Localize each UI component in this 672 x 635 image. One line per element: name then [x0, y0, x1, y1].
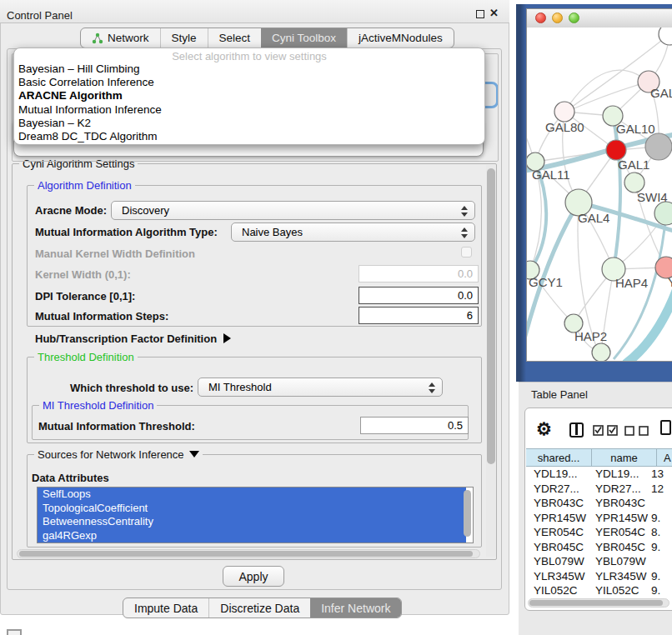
table-horizontal-scrollbar[interactable] — [528, 598, 669, 608]
dropdown-item[interactable]: Bayesian – Hill Climbing — [14, 62, 484, 76]
deselect-all-checks-icon[interactable] — [624, 426, 651, 437]
tab-cyni-toolbox[interactable]: Cyni Toolbox — [261, 28, 347, 48]
tab-infer-network[interactable]: Infer Network — [310, 598, 401, 618]
list-item[interactable]: SelfLoops — [38, 488, 466, 502]
select-all-checks-icon[interactable] — [593, 425, 619, 437]
mi-threshold-label: Mutual Information Threshold: — [38, 420, 195, 432]
aracne-mode-select[interactable]: Discovery — [111, 201, 475, 220]
aracne-mode-label: Aracne Mode: — [35, 204, 107, 217]
new-table-icon[interactable] — [660, 420, 671, 435]
node-gal80[interactable] — [554, 102, 574, 122]
dropdown-placeholder: Select algorithm to view settings — [14, 50, 484, 62]
cell: 9. — [649, 570, 672, 582]
node-label: GAL10 — [616, 122, 655, 136]
tab-select[interactable]: Select — [208, 28, 262, 48]
minimize-traffic-light-icon[interactable] — [552, 12, 563, 23]
dropdown-item[interactable]: Dream8 DC_TDC Algorithm — [14, 130, 484, 143]
sources-toggle[interactable]: Sources for Network Inference — [34, 448, 203, 461]
group-title: Algorithm Definition — [34, 179, 135, 192]
maximize-traffic-light-icon[interactable] — [569, 12, 579, 23]
tab-jactivemnodules[interactable]: jActiveMNodules — [347, 28, 454, 48]
dropdown-item[interactable]: Basic Correlation Inference — [14, 76, 484, 89]
cell: 9. — [649, 512, 672, 524]
manual-kernel-label: Manual Kernel Width Definition — [35, 248, 195, 260]
table-header-row: shared... name A — [526, 448, 672, 467]
control-panel-titlebar[interactable] — [0, 0, 509, 23]
node-label: HAP4 — [615, 276, 648, 290]
mi-type-select[interactable]: Naive Bayes — [231, 222, 475, 242]
cell: YLR345W — [526, 570, 588, 582]
stepper-arrows-icon — [461, 227, 468, 239]
dropdown-item[interactable]: Bayesian – K2 — [14, 117, 484, 130]
which-threshold-select[interactable]: MI Threshold — [198, 378, 443, 397]
list-item[interactable]: BetweennessCentrality — [38, 515, 466, 529]
settings-vertical-scrollbar[interactable] — [486, 165, 496, 557]
column-header-partial[interactable]: A — [657, 448, 672, 467]
selected-value: Naive Bayes — [242, 226, 303, 238]
cell: 9. — [649, 584, 672, 597]
manual-kernel-checkbox[interactable] — [461, 247, 472, 258]
apply-button[interactable]: Apply — [223, 566, 284, 587]
network-window-titlebar[interactable] — [527, 9, 672, 28]
which-threshold-label: Which threshold to use: — [70, 382, 193, 394]
list-scrollbar[interactable] — [464, 490, 471, 537]
cell: YBR043C — [526, 497, 588, 509]
table-body[interactable]: YDL19...YDL19...13 YDR27...YDR27...12 YB… — [526, 467, 672, 598]
data-attributes-label: Data Attributes — [32, 472, 109, 484]
node-gray[interactable] — [645, 133, 672, 160]
cell: 13 — [649, 468, 672, 480]
node-label: SWI4 — [637, 190, 668, 204]
data-attributes-list[interactable]: SelfLoops TopologicalCoefficient Between… — [37, 487, 474, 543]
tab-network[interactable]: Network — [81, 28, 160, 48]
float-window-icon[interactable] — [476, 10, 484, 18]
table-row[interactable]: YPR145WYPR145W9. — [526, 511, 672, 526]
node-label: GAL — [650, 86, 672, 100]
selected-value: MI Threshold — [208, 381, 272, 393]
node[interactable] — [592, 343, 610, 361]
settings-horizontal-scrollbar[interactable] — [17, 549, 480, 558]
column-header-name[interactable]: name — [592, 448, 657, 467]
list-item[interactable]: gal4RGexp — [38, 529, 466, 543]
tab-label: Network — [108, 32, 149, 44]
hub-definition-toggle[interactable]: Hub/Transcription Factor Definition — [35, 332, 231, 345]
mi-threshold-field[interactable] — [360, 417, 469, 434]
cell: YDR27... — [588, 482, 649, 495]
stepper-arrows-icon — [429, 382, 435, 394]
columns-icon[interactable] — [569, 422, 584, 438]
network-icon — [92, 32, 103, 44]
node[interactable] — [654, 202, 672, 225]
close-icon[interactable]: ✕ — [489, 7, 499, 19]
list-item[interactable]: TopologicalCoefficient — [38, 502, 466, 516]
tab-impute-data[interactable]: Impute Data — [123, 598, 208, 618]
cell: 9. — [649, 541, 672, 553]
table-row[interactable]: YER054CYER054C8. — [526, 525, 672, 540]
tab-style[interactable]: Style — [160, 28, 208, 48]
cyni-bottom-tabs: Impute Data Discretize Data Infer Networ… — [123, 598, 402, 618]
table-row[interactable]: YIL052CYIL052C9. — [526, 583, 672, 598]
column-header-shared-name[interactable]: shared... — [526, 448, 592, 467]
kernel-width-field[interactable] — [359, 265, 479, 282]
table-row[interactable]: YLR345WYLR345W9. — [526, 569, 672, 584]
cell: YBR045C — [526, 541, 588, 553]
table-row[interactable]: YBR045CYBR045C9. — [526, 540, 672, 555]
dropdown-item[interactable]: Mutual Information Inference — [14, 103, 484, 117]
dpi-tolerance-field[interactable] — [359, 287, 479, 304]
close-traffic-light-icon[interactable] — [535, 12, 546, 23]
node[interactable] — [659, 28, 672, 45]
minimized-panel-icon[interactable] — [7, 629, 22, 635]
table-row[interactable]: YDL19...YDL19...13 — [526, 467, 672, 482]
network-graph: GAL GAL80 GAL10 GAL1 GAL11 SWI4 GAL4 GCY… — [527, 28, 672, 361]
table-row[interactable]: YBR043CYBR043C — [526, 496, 672, 511]
dropdown-item-selected[interactable]: ARACNE Algorithm — [14, 89, 484, 102]
mi-steps-field[interactable] — [359, 307, 479, 324]
tab-discretize-data[interactable]: Discretize Data — [208, 598, 310, 618]
gear-icon[interactable]: ⚙ — [536, 420, 552, 438]
node-label: GAL11 — [532, 168, 570, 182]
expand-right-icon — [223, 333, 231, 343]
cell: 8. — [649, 526, 672, 538]
network-canvas[interactable]: GAL GAL80 GAL10 GAL1 GAL11 SWI4 GAL4 GCY… — [527, 28, 672, 361]
table-row[interactable]: YDR27...YDR27...12 — [526, 482, 672, 497]
node-label: GAL80 — [545, 120, 584, 134]
screen: { "control_panel": { "title": "Control P… — [0, 0, 672, 635]
table-row[interactable]: YBL079WYBL079W — [526, 554, 672, 569]
